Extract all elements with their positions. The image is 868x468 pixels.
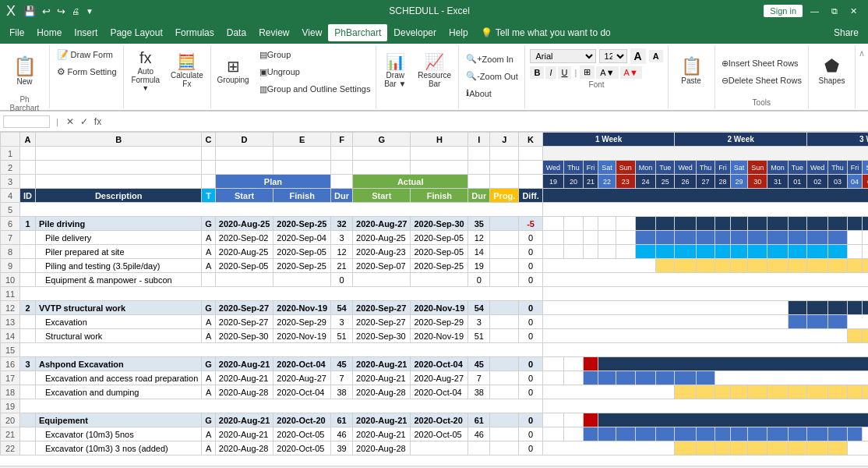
cell-a1[interactable] — [20, 147, 36, 161]
cell-g2[interactable] — [353, 161, 411, 175]
new-button[interactable]: 📋 New — [9, 47, 41, 94]
resource-bar-button[interactable]: 📈 ResourceBar — [414, 47, 455, 94]
g-wed-3: Wed — [806, 161, 827, 175]
italic-button[interactable]: I — [545, 66, 556, 79]
calculate-button[interactable]: 🧮 CalculateFx — [167, 47, 207, 94]
cell-a3[interactable] — [20, 175, 36, 189]
cell-f2[interactable] — [331, 161, 353, 175]
sign-in-button[interactable]: Sign in — [764, 5, 803, 17]
insert-function-icon[interactable]: fx — [93, 116, 103, 127]
cell-desc-9: Piling and testing (3.5pile/day) — [36, 259, 202, 273]
cell-a2[interactable] — [20, 161, 36, 175]
confirm-formula-icon[interactable]: ✓ — [79, 116, 90, 127]
cell-b2[interactable] — [36, 161, 202, 175]
cell-j1[interactable] — [490, 147, 519, 161]
cell-t-10 — [202, 273, 216, 287]
cell-c1[interactable] — [202, 147, 216, 161]
rownum-5: 5 — [1, 203, 20, 217]
redo-button[interactable]: ↪ — [55, 4, 67, 19]
draw-bar-button[interactable]: 📊 DrawBar ▼ — [379, 47, 411, 94]
auto-formula-button[interactable]: fx AutoFormula ▼ — [127, 47, 164, 94]
close-button[interactable]: ✕ — [845, 0, 862, 22]
restore-button[interactable]: ⧉ — [827, 0, 842, 22]
cell-desc-7: Pile delivery — [36, 231, 202, 245]
menu-insert[interactable]: Insert — [68, 24, 104, 41]
group-outline-button[interactable]: ▥ Group and Outline Settings — [256, 81, 374, 97]
print-button[interactable]: 🖨 — [70, 5, 81, 17]
cancel-formula-icon[interactable]: ✕ — [65, 116, 76, 127]
cell-k2[interactable] — [519, 161, 542, 175]
cell-j2[interactable] — [490, 161, 519, 175]
cell-c3[interactable] — [202, 175, 216, 189]
menu-formulas[interactable]: Formulas — [169, 24, 221, 41]
font-color-button[interactable]: A▼ — [620, 66, 642, 79]
cell-j3[interactable] — [490, 175, 519, 189]
cell-e1[interactable] — [273, 147, 331, 161]
d-29: 29 — [730, 175, 748, 189]
menu-phbarchart[interactable]: PhBarchart — [328, 24, 387, 41]
cell-k1[interactable] — [519, 147, 542, 161]
border-button[interactable]: ⊞ — [580, 66, 595, 79]
cell-i2[interactable] — [468, 161, 490, 175]
cell-g1[interactable] — [353, 147, 411, 161]
d-23: 23 — [616, 175, 635, 189]
bold-button[interactable]: B — [530, 66, 544, 79]
g21-10 — [715, 427, 731, 441]
menu-developer[interactable]: Developer — [387, 24, 443, 41]
underline-button[interactable]: U — [558, 66, 572, 79]
font-name-select[interactable]: Arial — [530, 49, 595, 63]
menu-data[interactable]: Data — [221, 24, 252, 41]
cell-i1[interactable] — [468, 147, 490, 161]
about-button[interactable]: ℹ About — [463, 86, 495, 101]
cell-af-14: 2020-Nov-19 — [411, 329, 468, 343]
formula-input[interactable] — [106, 116, 865, 127]
cell-f3[interactable] — [331, 175, 353, 189]
cell-prog-6 — [490, 217, 519, 231]
g12-16 — [828, 301, 848, 315]
grouping-button[interactable]: ⊞ Grouping — [213, 47, 253, 94]
cell-c2[interactable] — [202, 161, 216, 175]
undo-button[interactable]: ↩ — [41, 4, 52, 19]
insert-sheet-rows-button[interactable]: ⊕ Insert Sheet Rows — [718, 55, 802, 71]
menu-help[interactable]: Help — [443, 24, 475, 41]
cell-h2[interactable] — [411, 161, 468, 175]
cell-k3[interactable] — [519, 175, 542, 189]
ribbon-collapse-button[interactable]: ∧ — [856, 45, 868, 108]
menu-home[interactable]: Home — [30, 24, 68, 41]
more-qa-button[interactable]: ▼ — [84, 5, 95, 17]
cell-d1[interactable] — [215, 147, 273, 161]
menu-file[interactable]: File — [3, 24, 30, 41]
g22-10 — [715, 441, 731, 456]
zoom-out-button[interactable]: 🔍- Zoom Out — [463, 69, 521, 84]
menu-review[interactable]: Review — [252, 24, 295, 41]
cell-i3[interactable] — [468, 175, 490, 189]
cell-reference-box[interactable] — [3, 115, 50, 128]
cell-d2[interactable] — [215, 161, 273, 175]
cell-h1[interactable] — [411, 147, 468, 161]
group-button[interactable]: ▤ Group — [256, 47, 374, 62]
menu-view[interactable]: View — [296, 24, 329, 41]
minimize-button[interactable]: — — [806, 0, 824, 22]
menu-page-layout[interactable]: Page Layout — [104, 24, 168, 41]
shapes-button[interactable]: ⬟ Shapes — [815, 47, 849, 94]
menu-search[interactable]: 💡 Tell me what you want to do — [475, 24, 617, 41]
cell-b1[interactable] — [36, 147, 202, 161]
ungroup-button[interactable]: ▣ Ungroup — [256, 64, 374, 80]
cell-e2[interactable] — [273, 161, 331, 175]
menu-share[interactable]: Share — [827, 24, 865, 41]
g-sat-1: Sat — [598, 161, 616, 175]
save-button[interactable]: 💾 — [22, 4, 37, 19]
form-setting-button[interactable]: ⚙ Form Setting — [54, 64, 120, 80]
cell-b3[interactable] — [36, 175, 202, 189]
paste-button[interactable]: 📋 Paste — [676, 47, 707, 94]
delete-sheet-rows-button[interactable]: ⊖ Delete Sheet Rows — [718, 73, 805, 88]
draw-form-button[interactable]: 📝 Draw Form — [54, 47, 116, 62]
font-grow-button[interactable]: A — [630, 48, 646, 64]
row11-cells — [20, 287, 543, 301]
font-shrink-button[interactable]: A — [649, 50, 663, 62]
g14-17 — [847, 329, 863, 343]
font-size-select[interactable]: 12 — [599, 49, 627, 63]
zoom-in-button[interactable]: 🔍+ Zoom In — [463, 51, 517, 67]
cell-f1[interactable] — [331, 147, 353, 161]
fill-color-button[interactable]: A▼ — [596, 66, 618, 79]
